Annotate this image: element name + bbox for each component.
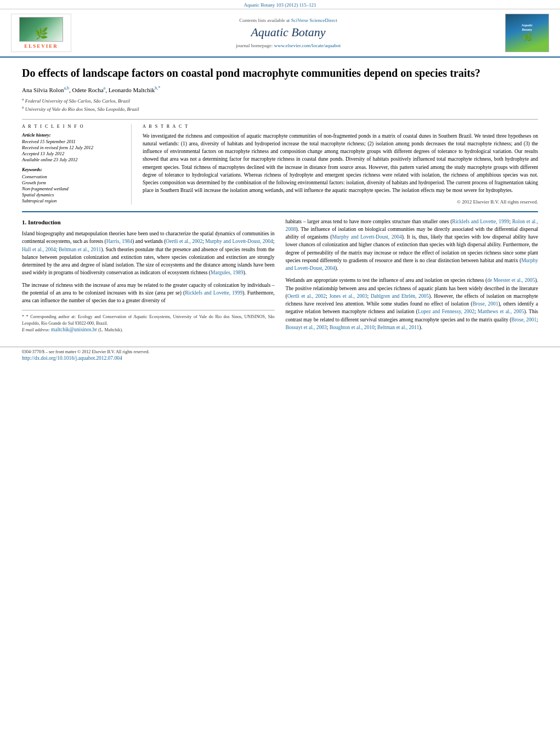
journal-homepage: journal homepage: www.elsevier.com/locat… bbox=[77, 43, 500, 48]
ref-boughton2010: Boughton et al., 2010 bbox=[330, 325, 375, 330]
ref-demeester2005: de Meester et al., 2005 bbox=[487, 278, 535, 283]
keyword-2: Growth form bbox=[22, 180, 126, 185]
history-revised: Received in revised form 12 July 2012 bbox=[22, 145, 126, 150]
article-title: Do effects of landscape factors on coast… bbox=[22, 66, 538, 80]
body-two-col: 1. Introduction Island biogeography and … bbox=[22, 218, 538, 336]
section1-title: 1. Introduction bbox=[22, 218, 275, 227]
keywords-label: Keywords: bbox=[22, 167, 126, 172]
ref-ricklefs1999b: Ricklefs and Lovette, 1999 bbox=[452, 219, 509, 224]
right-para1: habitats – larger areas tend to have mor… bbox=[286, 218, 539, 273]
history-accepted: Accepted 13 July 2012 bbox=[22, 151, 126, 156]
footnote-text: * Corresponding author at: Ecology and C… bbox=[22, 314, 275, 325]
citation-text: Aquatic Botany 103 (2012) 115–121 bbox=[244, 2, 316, 8]
footnote-email-note: (L. Maltchik). bbox=[98, 327, 123, 332]
ref-bossuyt2003: Bossuyt et al., 2003 bbox=[286, 325, 327, 330]
homepage-link[interactable]: www.elsevier.com/locate/aquabot bbox=[274, 43, 341, 48]
footnote-star: * bbox=[22, 314, 24, 319]
right-para2: Wetlands are appropriate systems to test… bbox=[286, 276, 539, 331]
elsevier-text: ELSEVIER bbox=[24, 43, 58, 49]
ref-margules1989: Margules, 1989 bbox=[211, 270, 243, 275]
ref-dahlgren2005: Dahlgren and Ehrlén, 2005 bbox=[371, 293, 429, 299]
journal-citation: Aquatic Botany 103 (2012) 115–121 bbox=[0, 0, 560, 9]
elsevier-logo-image bbox=[19, 17, 63, 42]
history-label: Article history: bbox=[22, 132, 126, 138]
ref-harris1984: Harris, 1984 bbox=[106, 239, 133, 244]
journal-center: Contents lists available at SciVerse Sci… bbox=[71, 18, 505, 48]
affil-b: b University of Vale do Rio dos Sinos, S… bbox=[22, 106, 139, 112]
journal-available: Contents lists available at SciVerse Sci… bbox=[77, 18, 500, 23]
abstract-col: A B S T R A C T We investigated the rich… bbox=[143, 124, 538, 205]
body-right-col: habitats – larger areas tend to have mor… bbox=[286, 218, 539, 336]
article-history: Article history: Received 15 September 2… bbox=[22, 132, 126, 162]
ref-murphy2004: Murphy and Lovett-Doust, 2004 bbox=[205, 239, 273, 244]
ref-oertli2002b: Oertli et al., 2002 bbox=[287, 293, 326, 299]
history-received: Received 15 September 2011 bbox=[22, 139, 126, 144]
aquatic-botany-logo: AquaticBotany 🌿 bbox=[505, 14, 549, 52]
ref-ricklefs1999: Ricklefs and Lovette, 1999 bbox=[185, 290, 242, 296]
footnote-section: * * Corresponding author at: Ecology and… bbox=[22, 310, 275, 333]
intro-para2: The increase of richness with the increa… bbox=[22, 281, 275, 305]
ref-matthews2005: Matthews et al., 2005 bbox=[478, 309, 524, 314]
keyword-3: Non-fragmented wetland bbox=[22, 186, 126, 191]
ref-lopez2002: Lopez and Fennessy, 2002 bbox=[418, 309, 474, 314]
affil-a: a Federal University of São Carlos, São … bbox=[22, 98, 130, 104]
copyright-line: © 2012 Elsevier B.V. All rights reserved… bbox=[143, 199, 538, 205]
sciverse-link[interactable]: SciVerse ScienceDirect bbox=[291, 18, 337, 23]
keyword-4: Spatial dynamics bbox=[22, 192, 126, 197]
keywords-section: Keywords: Conservation Growth form Non-f… bbox=[22, 167, 126, 203]
author-1: Ana Silvia Rolona,b bbox=[22, 87, 69, 93]
intro-para1: Island biogeography and metapopulation t… bbox=[22, 230, 275, 277]
info-abstract-section: A R T I C L E I N F O Article history: R… bbox=[22, 124, 538, 205]
author-2: Odete Rochaa bbox=[72, 87, 105, 93]
header-divider bbox=[22, 119, 538, 120]
ref-brose2001b: Brose, 2001 bbox=[511, 317, 536, 323]
body-content: 1. Introduction Island biogeography and … bbox=[22, 211, 538, 336]
abstract-heading: A B S T R A C T bbox=[143, 124, 538, 129]
abstract-text: We investigated the richness and composi… bbox=[143, 132, 538, 195]
history-available: Available online 23 July 2012 bbox=[22, 157, 126, 162]
affiliations: a Federal University of São Carlos, São … bbox=[22, 97, 538, 114]
ref-hall2004: Hall et al., 2004 bbox=[22, 247, 56, 252]
journal-header: ELSEVIER Contents lists available at Sci… bbox=[0, 9, 560, 58]
article-info-col: A R T I C L E I N F O Article history: R… bbox=[22, 124, 132, 205]
journal-title: Aquatic Botany bbox=[77, 25, 500, 39]
body-left-col: 1. Introduction Island biogeography and … bbox=[22, 218, 275, 336]
ref-murphy2004c: Murphy and Lovett-Doust, 2004 bbox=[286, 258, 539, 271]
elsevier-logo: ELSEVIER bbox=[11, 14, 71, 52]
section1-number: 1. bbox=[22, 219, 26, 225]
author-3: Leonardo Maltchikb,* bbox=[109, 87, 161, 93]
ref-beltman2011b: Beltman et al., 2011 bbox=[377, 325, 419, 330]
bottom-bar: 0304-3770/$ – see front matter © 2012 El… bbox=[0, 347, 560, 363]
section1-label: Introduction bbox=[28, 219, 61, 225]
keyword-5: Subtropical region bbox=[22, 198, 126, 203]
doi-line: http://dx.doi.org/10.1016/j.aquabot.2012… bbox=[22, 355, 538, 361]
ref-brose2001: Brose, 2001 bbox=[473, 301, 499, 307]
authors-line: Ana Silvia Rolona,b, Odete Rochaa, Leona… bbox=[22, 86, 538, 93]
keyword-1: Conservation bbox=[22, 174, 126, 179]
issn-line: 0304-3770/$ – see front matter © 2012 El… bbox=[22, 349, 538, 354]
article-main: Do effects of landscape factors on coast… bbox=[0, 58, 560, 341]
doi-link[interactable]: http://dx.doi.org/10.1016/j.aquabot.2012… bbox=[22, 355, 122, 361]
article-info-heading: A R T I C L E I N F O bbox=[22, 124, 126, 129]
footnote-email: maltchik@unisinos.br bbox=[51, 327, 97, 332]
ref-murphy2004b: Murphy and Lovett-Doust, 2004 bbox=[332, 234, 402, 240]
ref-beltman2011: Beltman et al., 2011 bbox=[59, 247, 101, 252]
ref-oertli2002: Oertli et al., 2002 bbox=[166, 239, 202, 244]
footnote-email-label: E-mail address: bbox=[22, 327, 50, 332]
ref-jones2003: Jones et al., 2003 bbox=[329, 293, 367, 299]
